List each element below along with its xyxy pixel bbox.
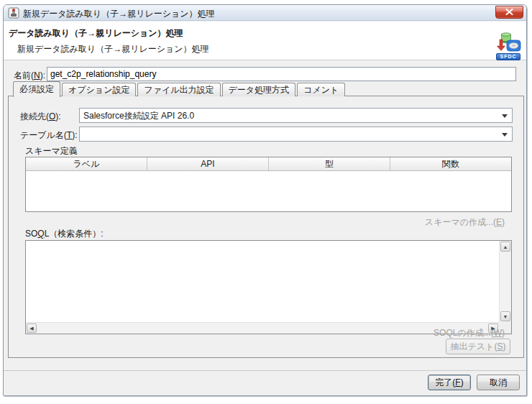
title-bar[interactable]: 新規データ読み取り（子→親リレーション）処理 — [4, 5, 526, 21]
finish-button[interactable]: 完了(F) — [428, 375, 471, 390]
name-label: 名前(N): — [14, 70, 45, 82]
tab-label: コメント — [303, 85, 339, 95]
connection-label: 接続先(O): — [20, 111, 61, 123]
close-button[interactable] — [495, 6, 523, 19]
table-name-select[interactable] — [79, 127, 513, 142]
connection-select[interactable]: Salesforce接続設定 API 26.0 — [79, 108, 513, 123]
schema-table[interactable]: ラベル API 型 関数 — [25, 157, 512, 212]
create-schema-link-pre: スキーマの作成...( — [425, 217, 496, 227]
soql-vertical-scrollbar[interactable]: ▲ ▼ — [499, 241, 511, 322]
scroll-left-icon[interactable]: ◀ — [27, 323, 37, 333]
name-label-post: ): — [40, 70, 45, 81]
required-settings-panel: 接続先(O): Salesforce接続設定 API 26.0 テーブル名(T)… — [8, 96, 524, 358]
schema-table-header: ラベル API 型 関数 — [26, 157, 511, 171]
connection-label-pre: 接続先( — [20, 111, 49, 121]
tab-label: オプション設定 — [68, 85, 129, 95]
connection-label-post: ): — [55, 111, 60, 121]
connection-label-mnemonic: O — [49, 111, 55, 121]
app-icon — [8, 7, 19, 19]
create-soql-link-mnemonic: W — [494, 328, 502, 338]
create-schema-link-mnemonic: E — [496, 217, 502, 227]
finish-button-mnemonic: F — [455, 377, 460, 387]
soql-label-pre: SO — [25, 229, 37, 239]
extract-test-button-pre: 抽出テスト( — [451, 341, 497, 352]
create-soql-link-pre: SOQLの作成...( — [434, 328, 494, 338]
header-subtitle: 新規データ読み取り（子→親リレーション）処理 — [17, 43, 209, 55]
connection-select-value: Salesforce接続設定 API 26.0 — [83, 110, 497, 122]
tab-label: 必須設定 — [19, 84, 54, 94]
tab-optional-settings[interactable]: オプション設定 — [62, 83, 136, 96]
header-title: データ読み取り（子→親リレーション）処理 — [9, 27, 183, 40]
name-input[interactable] — [47, 67, 516, 81]
header-band: データ読み取り（子→親リレーション）処理 新規データ読み取り（子→親リレーション… — [4, 22, 526, 60]
tab-file-output-settings[interactable]: ファイル出力設定 — [137, 83, 220, 96]
tab-comment[interactable]: コメント — [297, 83, 345, 96]
tab-label: ファイル出力設定 — [144, 85, 214, 95]
extract-test-button-post: ) — [503, 341, 505, 352]
close-icon — [505, 7, 513, 17]
finish-button-pre: 完了( — [435, 377, 455, 387]
soql-horizontal-scrollbar[interactable]: ◀ ▶ — [26, 322, 499, 334]
scroll-down-icon[interactable]: ▼ — [500, 311, 510, 321]
name-label-pre: 名前( — [14, 70, 34, 81]
extract-test-button[interactable]: 抽出テスト(S) — [446, 339, 510, 354]
soql-input[interactable] — [26, 241, 499, 322]
create-schema-link-post: ) — [502, 217, 505, 227]
schema-column-label[interactable]: ラベル — [26, 157, 147, 170]
screenshot-canvas: 新規データ読み取り（子→親リレーション）処理 データ読み取り（子→親リレーション… — [0, 0, 532, 404]
table-name-label-pre: テーブル名( — [20, 130, 67, 140]
tab-required-settings[interactable]: 必須設定 — [13, 81, 60, 97]
schema-column-type[interactable]: 型 — [269, 157, 390, 170]
sfdc-badge: SFDC — [496, 53, 520, 60]
schema-column-api[interactable]: API — [147, 157, 269, 170]
footer-separator — [4, 370, 526, 371]
table-name-label-post: ): — [72, 130, 77, 140]
finish-button-post: ) — [461, 377, 464, 387]
chevron-down-icon — [502, 133, 508, 137]
schema-column-function[interactable]: 関数 — [390, 157, 511, 170]
create-soql-link-post: ) — [502, 328, 505, 338]
create-schema-link[interactable]: スキーマの作成...(E) — [425, 216, 505, 229]
window-title: 新規データ読み取り（子→親リレーション）処理 — [23, 8, 215, 20]
name-label-mnemonic: N — [34, 70, 40, 81]
soql-label-mnemonic: Q — [37, 229, 44, 239]
dialog-window: 新規データ読み取り（子→親リレーション）処理 データ読み取り（子→親リレーション… — [3, 4, 527, 396]
soql-editor: ▲ ▼ ◀ ▶ — [25, 240, 512, 334]
tab-data-processing-method[interactable]: データ処理方式 — [222, 83, 296, 96]
create-soql-link[interactable]: SOQLの作成...(W) — [434, 327, 505, 339]
tab-strip: 必須設定 オプション設定 ファイル出力設定 データ処理方式 コメント — [13, 81, 347, 96]
scroll-up-icon[interactable]: ▲ — [500, 242, 510, 252]
sfdc-adapter-icon: SFDC — [495, 32, 521, 60]
schema-definition-label: スキーマ定義 — [25, 145, 78, 157]
cancel-button[interactable]: 取消 — [477, 375, 520, 390]
schema-table-body[interactable] — [26, 171, 511, 211]
chevron-down-icon — [502, 114, 508, 118]
tab-label: データ処理方式 — [229, 85, 290, 95]
sfdc-icon-art — [495, 32, 521, 52]
table-name-label: テーブル名(T): — [20, 129, 78, 142]
soql-label: SOQL（検索条件）: — [25, 228, 104, 240]
soql-label-post: L（検索条件）: — [45, 229, 104, 239]
